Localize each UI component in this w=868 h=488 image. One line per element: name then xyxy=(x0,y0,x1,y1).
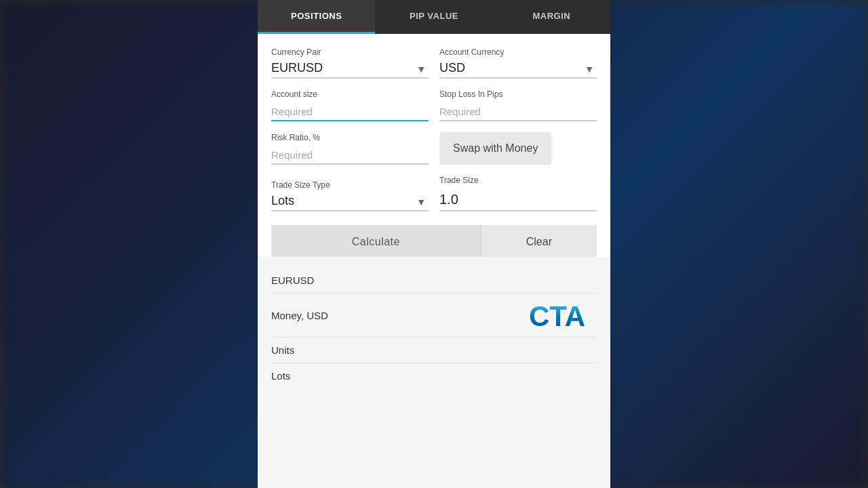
account-currency-wrapper: USD EUR GBP JPY ▼ xyxy=(439,61,597,79)
trade-size-label: Trade Size xyxy=(439,176,597,185)
tab-margin[interactable]: MARGIN xyxy=(493,0,610,34)
risk-ratio-label: Risk Ratio, % xyxy=(271,133,429,142)
result-currency-label: EURUSD xyxy=(271,274,314,286)
main-panel: POSITIONS PIP VALUE MARGIN Currency Pair… xyxy=(258,0,610,488)
results-area: EURUSD Money, USD CTA xyxy=(258,257,610,488)
result-item-money: Money, USD CTA xyxy=(271,293,597,338)
clear-button[interactable]: Clear xyxy=(481,225,597,257)
row-account-stop: Account size Stop Loss In Pips xyxy=(271,89,597,121)
trade-size-input[interactable] xyxy=(439,189,597,211)
tab-bar: POSITIONS PIP VALUE MARGIN xyxy=(258,0,610,34)
result-item-lots: Lots xyxy=(271,363,597,388)
cta-logo: CTA xyxy=(529,300,597,330)
calculate-button[interactable]: Calculate xyxy=(271,225,481,257)
trade-size-group: Trade Size xyxy=(439,176,597,211)
result-lots-label: Lots xyxy=(271,370,290,382)
result-item-units: Units xyxy=(271,338,597,363)
tab-positions[interactable]: POSITIONS xyxy=(258,0,375,34)
row-currency: Currency Pair EURUSD GBPUSD USDJPY USDCH… xyxy=(271,47,597,79)
risk-ratio-input[interactable] xyxy=(271,146,429,165)
row-trade: Trade Size Type Lots Units Mini Lots Mic… xyxy=(271,176,597,211)
cta-logo-svg: CTA xyxy=(529,300,597,330)
currency-pair-select[interactable]: EURUSD GBPUSD USDJPY USDCHF xyxy=(271,61,429,75)
trade-size-type-label: Trade Size Type xyxy=(271,180,429,190)
svg-text:CTA: CTA xyxy=(529,300,585,330)
swap-with-money-button[interactable]: Swap with Money xyxy=(439,132,551,165)
swap-btn-container: Swap with Money xyxy=(439,132,597,165)
account-size-label: Account size xyxy=(271,89,429,99)
currency-pair-wrapper: EURUSD GBPUSD USDJPY USDCHF ▼ xyxy=(271,61,429,79)
tab-pip-value[interactable]: PIP VALUE xyxy=(375,0,492,34)
account-currency-label: Account Currency xyxy=(439,47,597,57)
form-area: Currency Pair EURUSD GBPUSD USDJPY USDCH… xyxy=(258,34,610,257)
account-size-group: Account size xyxy=(271,89,429,121)
result-money-label: Money, USD xyxy=(271,310,328,321)
action-buttons-row: Calculate Clear xyxy=(271,225,597,257)
row-risk-swap: Risk Ratio, % Swap with Money xyxy=(271,132,597,165)
account-currency-select[interactable]: USD EUR GBP JPY xyxy=(439,61,597,75)
trade-size-type-wrapper: Lots Units Mini Lots Micro Lots ▼ xyxy=(271,194,429,211)
stop-loss-group: Stop Loss In Pips xyxy=(439,89,597,121)
stop-loss-input[interactable] xyxy=(439,103,597,121)
result-units-label: Units xyxy=(271,344,294,356)
account-currency-group: Account Currency USD EUR GBP JPY ▼ xyxy=(439,47,597,79)
result-item-currency: EURUSD xyxy=(271,268,597,293)
currency-pair-group: Currency Pair EURUSD GBPUSD USDJPY USDCH… xyxy=(271,47,429,79)
account-size-input[interactable] xyxy=(271,103,429,121)
stop-loss-label: Stop Loss In Pips xyxy=(439,89,597,99)
trade-size-type-group: Trade Size Type Lots Units Mini Lots Mic… xyxy=(271,180,429,211)
currency-pair-label: Currency Pair xyxy=(271,47,429,57)
trade-size-type-select[interactable]: Lots Units Mini Lots Micro Lots xyxy=(271,194,429,207)
risk-ratio-group: Risk Ratio, % xyxy=(271,133,429,165)
